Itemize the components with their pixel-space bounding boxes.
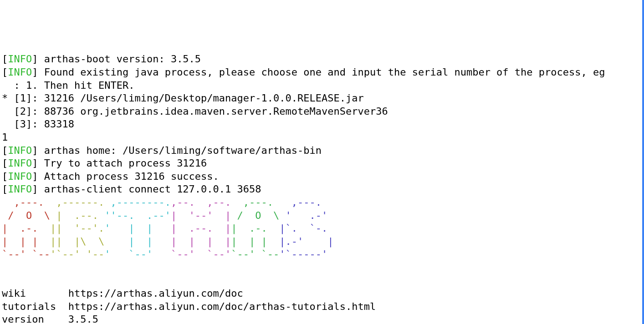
log-line: [INFO] Attach process 31216 success. <box>2 171 219 182</box>
detail-row: tutorials https://arthas.aliyun.com/doc/… <box>2 301 376 312</box>
wiki-value: https://arthas.aliyun.com/doc <box>68 288 243 299</box>
tutorials-value: https://arthas.aliyun.com/doc/arthas-tut… <box>68 301 376 312</box>
arthas-ascii-logo: ,---. ,------. ,--------.,--. ,--. ,---.… <box>2 196 642 261</box>
info-tag: INFO <box>8 145 32 156</box>
process-option: * [1]: 31216 /Users/liming/Desktop/manag… <box>2 92 364 104</box>
process-option: [3]: 83318 <box>2 118 74 130</box>
info-tag: INFO <box>8 171 32 182</box>
tutorials-label: tutorials <box>2 301 56 312</box>
info-tag: INFO <box>8 53 32 65</box>
info-tag: INFO <box>8 66 32 78</box>
detail-row: version 3.5.5 <box>2 314 98 324</box>
log-line: [INFO] arthas home: /Users/liming/softwa… <box>2 145 322 156</box>
log-line: : 1. Then hit ENTER. <box>2 80 134 91</box>
terminal-output[interactable]: [INFO] arthas-boot version: 3.5.5 [INFO]… <box>2 53 642 324</box>
log-line: [INFO] arthas-boot version: 3.5.5 <box>2 53 201 65</box>
user-input: 1 <box>2 132 8 143</box>
version-value: 3.5.5 <box>68 314 98 324</box>
log-line: [INFO] Try to attach process 31216 <box>2 157 207 169</box>
version-label: version <box>2 314 44 324</box>
process-option: [2]: 88736 org.jetbrains.idea.maven.serv… <box>2 106 388 117</box>
detail-row: wiki https://arthas.aliyun.com/doc <box>2 288 243 299</box>
info-tag: INFO <box>8 157 32 169</box>
scrollbar[interactable] <box>642 0 644 324</box>
wiki-label: wiki <box>2 288 26 299</box>
log-line: [INFO] arthas-client connect 127.0.0.1 3… <box>2 183 261 195</box>
info-tag: INFO <box>8 183 32 195</box>
log-line: [INFO] Found existing java process, plea… <box>2 66 605 78</box>
